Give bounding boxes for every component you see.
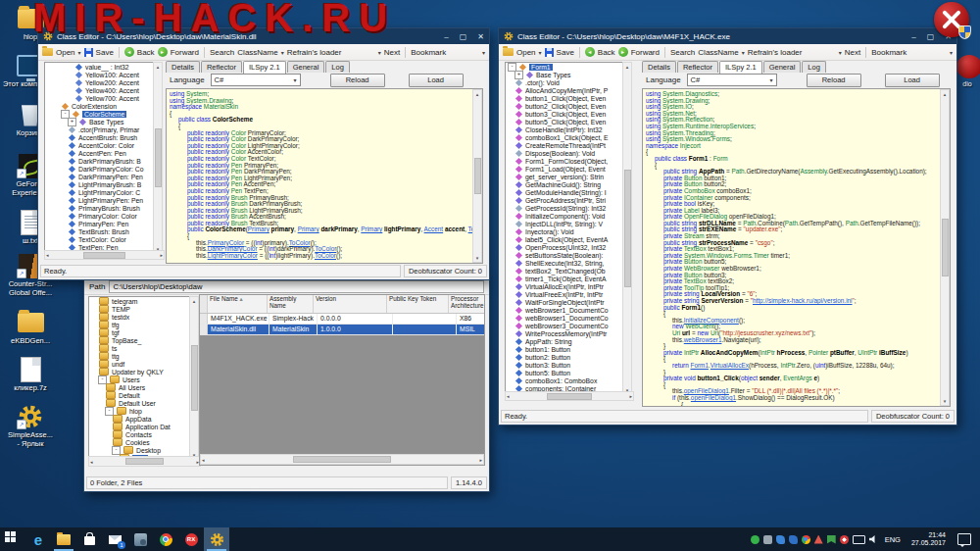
- tree-item[interactable]: AccentPen: Pen: [45, 149, 154, 157]
- code-vscrollbar[interactable]: ▴▾: [472, 89, 482, 263]
- chrome-taskbar-button[interactable]: [153, 527, 178, 551]
- tree-item[interactable]: testdx: [89, 313, 190, 321]
- column-header[interactable]: Public Key Token: [387, 295, 449, 313]
- tree-item[interactable]: setButtonsState(Boolean):: [506, 251, 623, 259]
- column-header[interactable]: Version: [314, 295, 387, 313]
- tree-item[interactable]: InjectDLL(IntPtr, String): V: [506, 220, 623, 227]
- tab-general[interactable]: General: [287, 61, 325, 73]
- tree-item[interactable]: AccentColor: Color: [45, 141, 154, 149]
- tree-item[interactable]: tgf: [89, 328, 190, 336]
- tree-item[interactable]: undf: [89, 360, 190, 368]
- back-button[interactable]: Back: [137, 48, 155, 57]
- tree-item[interactable]: telegram: [89, 297, 190, 305]
- pen-tray-icon[interactable]: [776, 535, 785, 544]
- tree-item[interactable]: AllocAndCopyMem(IntPtr, P: [506, 86, 623, 94]
- edge-taskbar-button[interactable]: e: [25, 527, 51, 551]
- tree-item[interactable]: WriteProcessMemory(IntPtr: [506, 329, 623, 337]
- tree-item[interactable]: WaitForSingleObject(IntPtr: [506, 298, 623, 306]
- path-field[interactable]: C:\Users\hlop\Desktop\daw: [109, 280, 484, 293]
- tree-item[interactable]: Yellow100: Accent: [45, 71, 154, 78]
- kbd-tray-icon[interactable]: [853, 535, 865, 544]
- next-button[interactable]: Next: [845, 48, 860, 57]
- class-editor-taskbar-button[interactable]: [204, 527, 229, 551]
- tree-item[interactable]: textBox2_TextChanged(Ob: [506, 267, 623, 275]
- tree-item[interactable]: +Base Types: [45, 118, 154, 125]
- tree-item[interactable]: comboBox1: ComboBox: [506, 376, 623, 384]
- tree-item[interactable]: button1_Click(Object, Even: [506, 94, 623, 102]
- tree-item[interactable]: All Users: [89, 383, 190, 391]
- minimize-button[interactable]: –: [911, 32, 915, 41]
- code-view[interactable]: using System;using System.Drawing;namesp…: [166, 88, 483, 264]
- phone-tray-icon[interactable]: [751, 535, 760, 544]
- mail-taskbar-button[interactable]: 1: [102, 527, 127, 551]
- column-header[interactable]: Processor Architecture: [449, 295, 485, 313]
- tree-item[interactable]: value__ : Int32: [45, 63, 154, 71]
- alert-tray-icon[interactable]: [814, 535, 823, 544]
- loader-combobox[interactable]: Refrain's loader ▾: [287, 48, 381, 57]
- tree-item[interactable]: -hlop: [89, 407, 190, 415]
- tree-item[interactable]: label5_Click(Object, EventA: [506, 235, 623, 243]
- taskbar-clock[interactable]: 21:44 27.05.2017: [907, 531, 950, 547]
- tree-item[interactable]: button5_Click(Object, Even: [506, 118, 623, 125]
- table-row[interactable]: MaterialSkin.dllMaterialSkin1.0.0.0MSIL4…: [200, 325, 484, 335]
- classname-combobox[interactable]: ClassName ▾: [237, 48, 283, 57]
- tree-item[interactable]: tfg: [89, 321, 190, 328]
- class-tree-hscrollbar[interactable]: ◂▸: [44, 250, 165, 260]
- tree-item[interactable]: +Base Types: [506, 71, 623, 78]
- folder-tree-hscrollbar[interactable]: ◂▸: [88, 456, 201, 467]
- tree-item[interactable]: Form1_Load(Object, Event: [506, 165, 623, 173]
- tree-item[interactable]: CreateRemoteThread(IntPt: [506, 141, 623, 149]
- load-button[interactable]: Load: [409, 74, 464, 87]
- tree-item[interactable]: LightPrimaryBrush: B: [45, 180, 154, 188]
- tab-details[interactable]: Details: [642, 61, 676, 73]
- tree-item[interactable]: Application Dat: [89, 423, 190, 430]
- tree-item[interactable]: Cookies: [89, 438, 190, 446]
- tree-item[interactable]: Yellow200: Accent: [45, 78, 154, 86]
- tree-item[interactable]: TextBrush: Brush: [45, 227, 154, 235]
- tab-log[interactable]: Log: [802, 61, 826, 73]
- tree-item[interactable]: GetProcessId(String): Int32: [506, 204, 623, 212]
- desktop-icon[interactable]: eKBDGen...: [0, 310, 61, 346]
- tree-item[interactable]: Dispose(Boolean): Void: [506, 149, 623, 157]
- open-button[interactable]: Open: [56, 48, 75, 57]
- reload-button[interactable]: Reload: [807, 74, 861, 87]
- tree-item[interactable]: ttg: [89, 352, 190, 360]
- table-hscrollbar[interactable]: ◂▸: [200, 454, 484, 465]
- tree-item[interactable]: DarkPrimaryBrush: B: [45, 157, 154, 165]
- column-header[interactable]: Assembly Name: [268, 295, 314, 313]
- tree-item[interactable]: TextColor: Color: [45, 235, 154, 243]
- tree-item[interactable]: .ctor(): Void: [506, 78, 623, 86]
- flag-tray-icon[interactable]: [827, 535, 836, 544]
- chevron-down-icon[interactable]: ▾: [482, 49, 485, 56]
- tree-item[interactable]: webBrowser1_DocumentCo: [506, 314, 623, 322]
- tree-item[interactable]: .ctor(Primary, Primar: [45, 125, 154, 133]
- code-view[interactable]: using System.Diagnostics;using System.Dr…: [642, 88, 951, 407]
- tree-item[interactable]: LightPrimaryColor: C: [45, 188, 154, 196]
- language-select[interactable]: C# ▾: [211, 74, 301, 86]
- tree-item[interactable]: get_server_version(): Strin: [506, 173, 623, 180]
- tab-reflector[interactable]: Reflector: [677, 61, 718, 73]
- photo-tray-icon[interactable]: [763, 535, 772, 544]
- tree-item[interactable]: Form1_FormClosed(Object,: [506, 157, 623, 165]
- tab-log[interactable]: Log: [325, 61, 350, 73]
- tree-item[interactable]: -Form1: [506, 63, 623, 71]
- back-button[interactable]: Back: [598, 48, 615, 57]
- tree-item[interactable]: VirtualFreeEx(IntPtr, IntPtr: [506, 290, 623, 298]
- tree-item[interactable]: button3_Click(Object, Even: [506, 110, 623, 118]
- open-button[interactable]: Open: [516, 48, 536, 57]
- tree-item[interactable]: InitializeComponent(): Void: [506, 212, 623, 220]
- pen2-tray-icon[interactable]: [789, 535, 798, 544]
- action-center-icon[interactable]: [957, 533, 971, 545]
- desktop-icon[interactable]: ↗SimpleAsse... - Ярлык: [0, 404, 61, 448]
- tree-item[interactable]: -Desktop: [89, 446, 190, 454]
- tree-item[interactable]: AppData: [89, 415, 190, 423]
- tree-item[interactable]: Inyectora(): Void: [506, 227, 623, 235]
- tab-general[interactable]: General: [763, 61, 802, 73]
- bookmark-button[interactable]: Bookmark: [871, 48, 906, 57]
- maximize-button[interactable]: ▢: [460, 32, 467, 41]
- open-dropdown-icon[interactable]: ▾: [78, 49, 81, 56]
- close-button[interactable]: ✕: [477, 32, 484, 41]
- tree-item[interactable]: Yellow700: Accent: [45, 94, 154, 102]
- tree-item[interactable]: button5: Button: [506, 369, 623, 376]
- misc-app-taskbar-button[interactable]: [127, 527, 153, 551]
